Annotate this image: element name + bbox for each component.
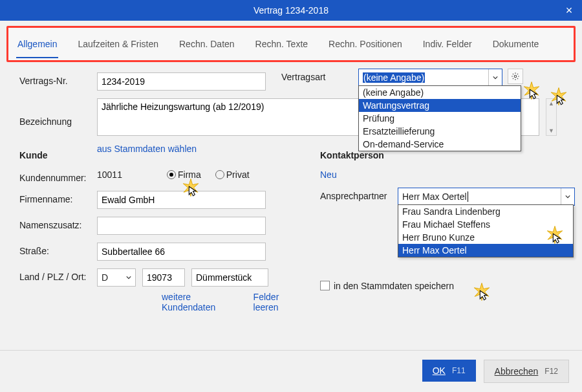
label-ansprechpartner: Ansprechpartner	[320, 188, 398, 201]
tab-laufzeiten-fristen[interactable]: Laufzeiten & Fristen	[76, 30, 160, 58]
namenszusatz-input[interactable]	[97, 217, 266, 235]
svg-point-0	[514, 75, 517, 78]
tabstrip: Allgemein Laufzeiten & Fristen Rechn. Da…	[6, 26, 576, 62]
ok-button[interactable]: OK F11	[422, 360, 476, 382]
titlebar: Vertrag 1234-2018 ×	[0, 0, 582, 21]
chevron-down-icon	[126, 275, 131, 280]
weitere-kundendaten-link[interactable]: weitere Kundendaten	[162, 292, 243, 312]
ansprechpartner-combobox[interactable]: Herr Max Oertel Frau Sandra Lindenberg F…	[398, 188, 575, 206]
label-firmenname: Firmenname:	[19, 191, 97, 204]
gear-icon[interactable]	[508, 69, 523, 84]
tabstrip-highlight-frame: Allgemein Laufzeiten & Fristen Rechn. Da…	[0, 21, 582, 69]
tab-rechn-positionen[interactable]: Rechn. Positionen	[327, 30, 404, 58]
chevron-down-icon[interactable]	[488, 69, 502, 86]
chevron-down-icon[interactable]	[561, 188, 574, 205]
section-kunde: Kunde	[19, 150, 97, 160]
strasse-input[interactable]	[97, 243, 266, 261]
label-strasse: Straße:	[19, 243, 97, 256]
close-icon[interactable]: ×	[556, 0, 582, 21]
tab-dokumente[interactable]: Dokumente	[491, 30, 541, 58]
vertragsart-select[interactable]: (keine Angabe) (keine Angabe) Wartungsve…	[358, 69, 502, 87]
in-stammdaten-checkbox[interactable]	[320, 281, 330, 290]
tab-rechn-texte[interactable]: Rechn. Texte	[254, 30, 309, 58]
label-vertrags-nr: Vertrags-Nr.	[19, 72, 97, 86]
label-kundennummer: Kundennummer:	[19, 169, 97, 183]
cancel-button[interactable]: Abbrechen F12	[484, 360, 569, 383]
ort-input[interactable]	[191, 268, 268, 287]
label-namenszusatz: Namenszusatz:	[19, 217, 97, 230]
tab-rechn-daten[interactable]: Rechn. Daten	[178, 30, 236, 58]
label-bezeichnung: Bezeichnung	[19, 98, 97, 127]
firmenname-input[interactable]	[97, 191, 266, 209]
dialog-window: Vertrag 1234-2018 × Allgemein Laufzeiten…	[0, 0, 582, 392]
plz-input[interactable]	[142, 268, 185, 287]
label-in-stammdaten: in den Stammdaten speichern	[334, 281, 454, 291]
land-select[interactable]: D	[97, 268, 136, 287]
kontakt-option[interactable]: Frau Sandra Lindenberg	[398, 205, 573, 218]
scroll-down-icon[interactable]: ▼	[548, 127, 554, 134]
tab-allgemein[interactable]: Allgemein	[16, 30, 58, 58]
kundennummer-value: 10011	[97, 169, 141, 180]
vertragsart-option[interactable]: On-demand-Service	[359, 138, 521, 151]
tab-indiv-felder[interactable]: Indiv. Felder	[422, 30, 473, 58]
label-land-plz-ort: Land / PLZ / Ort:	[19, 268, 97, 282]
ansprechpartner-dropdown: Frau Sandra Lindenberg Frau Michael Stef…	[398, 204, 574, 257]
form-body: Vertrags-Nr. Vertragsart (keine Angabe) …	[0, 69, 582, 312]
window-title: Vertrag 1234-2018	[253, 5, 329, 16]
ansprechpartner-value: Herr Max Oertel	[398, 191, 561, 202]
vertragsart-option[interactable]: Wartungsvertrag	[359, 99, 521, 112]
aus-stammdaten-link[interactable]: aus Stammdaten wählen	[97, 144, 197, 154]
kontakt-option[interactable]: Herr Bruno Kunze	[398, 231, 573, 244]
section-kontaktperson: Kontaktperson	[320, 150, 384, 160]
vertragsart-option[interactable]: Prüfung	[359, 112, 521, 125]
felder-leeren-link[interactable]: Felder leeren	[253, 292, 304, 312]
vertragsart-dropdown: (keine Angabe) Wartungsvertrag Prüfung E…	[358, 85, 521, 151]
vertragsart-option[interactable]: (keine Angabe)	[359, 86, 521, 99]
kontakt-option[interactable]: Frau Michael Steffens	[398, 218, 573, 231]
textarea-scrollbar[interactable]: ▲ ▼	[546, 98, 557, 136]
radio-privat[interactable]: Privat	[215, 169, 250, 180]
neu-link[interactable]: Neu	[320, 169, 337, 180]
vertragsart-value: (keine Angabe)	[359, 72, 488, 83]
land-value: D	[102, 272, 108, 283]
dialog-footer: OK F11 Abbrechen F12	[0, 350, 582, 392]
label-vertragsart: Vertragsart	[281, 69, 358, 82]
scroll-up-icon[interactable]: ▲	[548, 100, 554, 107]
vertrags-nr-input[interactable]	[97, 72, 266, 91]
kontakt-option[interactable]: Herr Max Oertel	[398, 244, 573, 257]
radio-firma[interactable]: Firma	[167, 169, 201, 180]
vertragsart-option[interactable]: Ersatzteillieferung	[359, 125, 521, 138]
